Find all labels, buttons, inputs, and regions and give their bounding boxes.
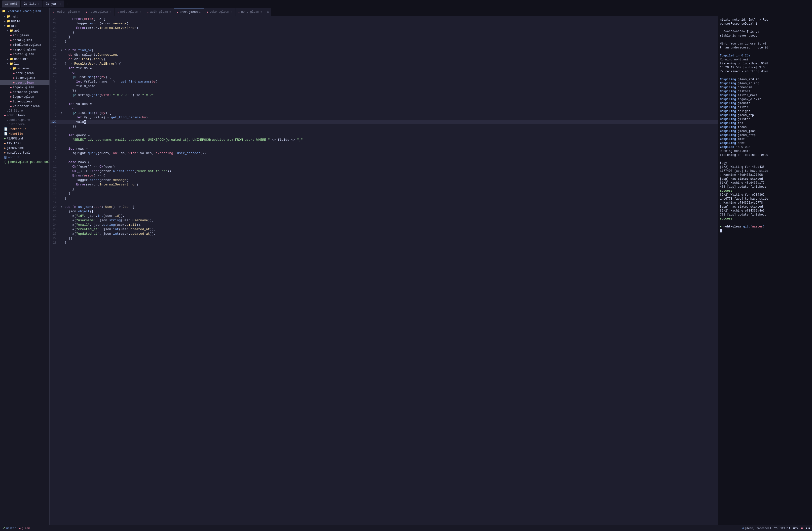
window-tab-3-close[interactable]: ✕ (60, 2, 61, 5)
sidebar-item-readme[interactable]: ◆ README.md (0, 136, 49, 141)
sidebar-item-token-gleam[interactable]: ◆ token.gleam (0, 99, 49, 104)
status-gleam[interactable]: ◆ gleam (19, 527, 30, 530)
line-number: 5 (50, 138, 60, 142)
line-number: 16 (50, 48, 60, 53)
sidebar-item-middleware-gleam[interactable]: ◆ middleware.gleam (0, 42, 49, 47)
sidebar-item-handlers[interactable]: ▶ 📁 handlers (0, 57, 49, 61)
terminal-line: ^^^^^^^^^^^^ This va (720, 30, 810, 34)
line-number: 6 (50, 142, 60, 147)
status-error-indicator[interactable]: ■ (801, 527, 803, 530)
sidebar-item-makefile[interactable]: 📄 Makefile (0, 131, 49, 136)
window-tab-3[interactable]: 3: yarn ✕ (43, 0, 64, 8)
sidebar-item-lib[interactable]: ▼ 📁 lib (0, 61, 49, 66)
editor-tab-note[interactable]: ◆ note.gleam ✕ (115, 8, 144, 16)
code-line: 13 Error(error) -> { (50, 173, 717, 178)
sidebar-item-noht-db[interactable]: 🗄 noht.db (0, 155, 49, 160)
sidebar-item-argon2-gleam[interactable]: ◆ argon2.gleam (0, 85, 49, 90)
sidebar-item-logger-gleam[interactable]: ◆ logger.gleam (0, 95, 49, 99)
sidebar-item-dockerfile[interactable]: 📄 Dockerfile (0, 127, 49, 131)
code-line: 10 |> list.map(fn(by) { (50, 75, 717, 80)
sidebar-item-postman[interactable]: { } noht.gleam.postman_collection (0, 160, 49, 164)
terminal-line: Compiling gleam_http (720, 133, 810, 137)
window-tab-1[interactable]: 1: noht (2, 0, 20, 8)
sidebar-item-validator-gleam[interactable]: ◆ validator.gleam (0, 104, 49, 109)
editor-tab-notes[interactable]: ◆ notes.gleam ✕ (83, 8, 115, 16)
status-position[interactable]: 122:11 (781, 527, 791, 530)
editor-tab-auth[interactable]: ◆ auth.gleam ✕ (144, 8, 174, 16)
status-icons[interactable]: ■ ■ (806, 527, 810, 530)
line-number: 24 (50, 223, 60, 227)
sidebar-item-respond-gleam[interactable]: ◆ respond.gleam (0, 47, 49, 52)
editor-tab-token[interactable]: ◆ token.gleam ✕ (204, 8, 235, 16)
sidebar-item-user-gleam[interactable]: ◆ user.gleam (0, 80, 49, 85)
editor-tab-notes-label: notes.gleam (89, 10, 108, 14)
status-zoom-label: 81% (793, 527, 798, 530)
window-tab-2-close[interactable]: ✕ (38, 2, 40, 5)
sidebar-item-database-gleam[interactable]: ◆ database.gleam (0, 90, 49, 95)
sidebar-item-handlers-label: handlers (14, 57, 29, 61)
editor-tab-user-close[interactable]: ✕ (199, 11, 201, 14)
editor-tab-token-close[interactable]: ✕ (231, 11, 232, 13)
sidebar-item-schemas[interactable]: ▼ 📁 schemas (0, 66, 49, 71)
folder-icon: 📁 (2, 10, 5, 13)
sidebar-item-dockerignore[interactable]: · .dockerignore (0, 118, 49, 122)
editor-tab-noht[interactable]: ◆ noht.gleam ✕ (235, 8, 265, 16)
terminal-line: [2/2] Machine e784362a4e6 (720, 209, 810, 213)
sidebar-item-api-gleam[interactable]: ◆ api.gleam (0, 33, 49, 38)
status-ts[interactable]: TS (774, 527, 778, 530)
line-number: 12 (50, 66, 60, 71)
editor-tab-auth-close[interactable]: ✕ (169, 11, 171, 13)
sidebar-item-src[interactable]: ▼ 📁 src (0, 24, 49, 28)
code-line: 15 Error(error.InternalServerError) (50, 182, 717, 187)
file-dot-icon: · (4, 123, 6, 126)
editor-tab-noht-close[interactable]: ✕ (260, 11, 262, 13)
terminal-line: RM received - shutting down (720, 70, 810, 73)
editor-tab-notes-close[interactable]: ✕ (110, 11, 111, 13)
sidebar-item-api[interactable]: ▼ 📁 api (0, 28, 49, 33)
status-lsp[interactable]: ⚙ gleam, codespell (742, 527, 771, 530)
sidebar-item-git[interactable]: ▶ 📁 .git (0, 14, 49, 19)
new-tab-button[interactable]: + (65, 1, 71, 7)
line-number: 7 (50, 88, 60, 93)
code-editor[interactable]: 23 Error(error) -> { 22 logger.error(err… (50, 16, 717, 525)
sidebar-item-gitignore[interactable]: · .gitignore (0, 122, 49, 127)
sidebar-item-build[interactable]: ▶ 📁 build (0, 19, 49, 24)
terminal-line: Compiling thoas (720, 125, 810, 129)
code-line: 22 logger.error(error.message) (50, 22, 717, 26)
line-content: } (63, 39, 717, 44)
window-tab-2[interactable]: 2: lito ✕ (21, 0, 42, 8)
editor-tab-router[interactable]: ◆ router.gleam ✕ (50, 8, 83, 16)
sidebar-item-gleam-toml[interactable]: ◆ gleam.toml (0, 146, 49, 150)
line-number: 7 (50, 147, 60, 151)
sidebar-file-manifest-label: manifest.toml (7, 151, 30, 155)
sidebar-item-manifest-toml[interactable]: ◆ manifest.toml (0, 150, 49, 155)
line-content: pub fn find_or( (63, 48, 717, 53)
sidebar-item-router-gleam[interactable]: ◆ router.gleam (0, 52, 49, 57)
terminal-content[interactable]: ntext, note_id: Int) -> Res ponse(Respon… (718, 16, 812, 525)
sidebar-item-fly-toml[interactable]: ◆ fly.toml (0, 141, 49, 146)
line-content: |> list.map(fn(by) { (63, 75, 717, 80)
sidebar-file-postman-label: noht.gleam.postman_collection (11, 160, 49, 164)
status-zoom[interactable]: 81% (793, 527, 798, 530)
sidebar-item-git-label: .git (11, 15, 18, 18)
status-ts-label: TS (774, 527, 778, 530)
terminal-line: Compiled in 0.25s (720, 54, 810, 58)
line-number: 19 (50, 200, 60, 205)
line-number: 8 (50, 151, 60, 156)
line-number: 4 (50, 102, 60, 107)
sidebar-item-ds-store[interactable]: · .DS_Store (0, 109, 49, 113)
window-tab-1-label: 1: noht (5, 2, 17, 6)
line-number: 15 (50, 53, 60, 57)
sidebar-item-error-gleam[interactable]: ◆ error.gleam (0, 38, 49, 42)
line-content: let #(field_name, _) = get_find_params(b… (63, 80, 717, 84)
status-branch[interactable]: ⎇ master (2, 527, 16, 530)
sidebar-item-noht-gleam[interactable]: ◆ noht.gleam (0, 113, 49, 118)
editor-tab-note-close[interactable]: ✕ (140, 11, 141, 13)
chevron-right-icon: ▶ (7, 58, 9, 61)
editor-tab-router-close[interactable]: ✕ (78, 11, 80, 13)
status-gleam-label: gleam (21, 527, 30, 530)
sidebar-item-note-gleam[interactable]: ◆ note.gleam (0, 71, 49, 75)
editor-tab-user[interactable]: ◆ user.gleam ✕ (174, 8, 204, 16)
editor-tab-extra[interactable]: ⊞ (265, 8, 271, 16)
sidebar-item-token-gleam-schema[interactable]: ◆ token.gleam (0, 75, 49, 80)
